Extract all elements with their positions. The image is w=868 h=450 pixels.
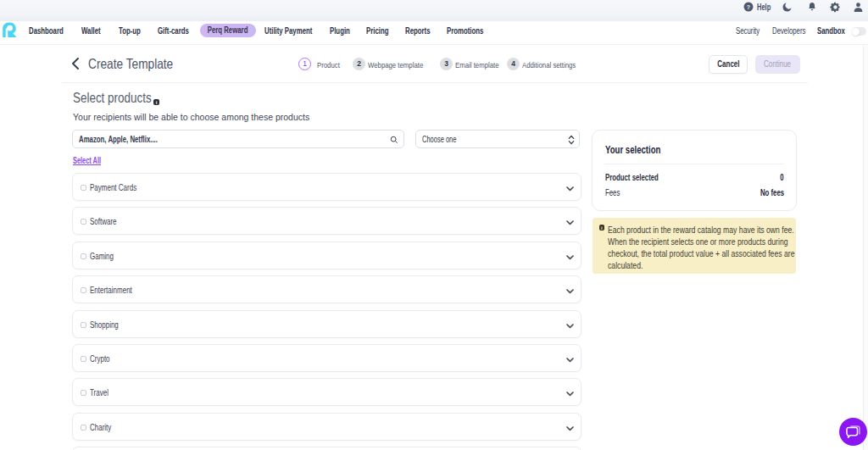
svg-text:?: ? xyxy=(747,4,750,10)
